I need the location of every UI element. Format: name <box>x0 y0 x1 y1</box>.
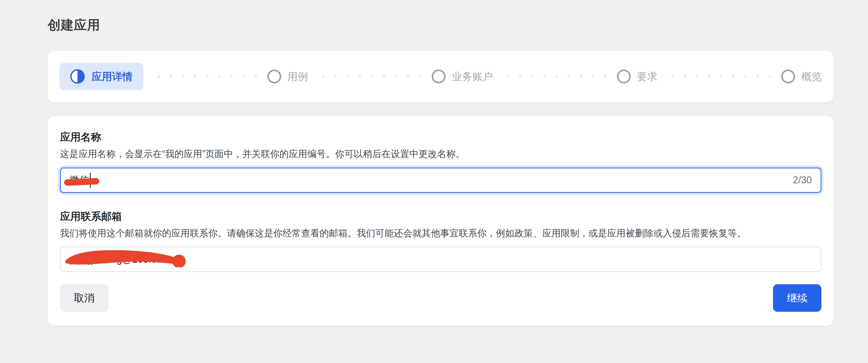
step-label: 应用详情 <box>91 69 133 84</box>
page-title: 创建应用 <box>48 0 834 34</box>
step-overview[interactable]: 概览 <box>781 69 822 84</box>
contact-email-description: 我们将使用这个邮箱就你的应用联系你。请确保这是你经常查看的邮箱。我们可能还会就其… <box>60 227 822 240</box>
empty-circle-icon <box>617 69 631 84</box>
contact-email-input[interactable]: pengjinming@163.com <box>60 246 822 272</box>
step-label: 用例 <box>287 69 308 84</box>
step-separator-dots <box>667 75 772 78</box>
half-filled-circle-icon <box>70 69 85 84</box>
text-caret <box>90 173 91 188</box>
continue-button[interactable]: 继续 <box>773 284 822 312</box>
cancel-button[interactable]: 取消 <box>60 284 108 312</box>
app-name-input[interactable]: 微信 2/30 <box>60 168 822 193</box>
contact-email-value: pengjinming@163.com <box>69 254 169 265</box>
stepper-card: 应用详情 用例 业务账户 要求 概览 <box>48 51 834 102</box>
step-separator-dots <box>153 75 258 78</box>
app-name-value: 微信 <box>69 173 89 187</box>
step-label: 要求 <box>637 69 657 84</box>
step-label: 概览 <box>801 69 822 84</box>
app-name-label: 应用名称 <box>60 130 822 144</box>
step-separator-dots <box>317 75 423 78</box>
char-counter: 2/30 <box>793 174 812 186</box>
step-requirements[interactable]: 要求 <box>617 69 657 84</box>
step-separator-dots <box>502 75 608 78</box>
page-content: 创建应用 应用详情 用例 业务账户 要求 <box>48 0 834 326</box>
step-use-case[interactable]: 用例 <box>267 69 308 84</box>
step-business-account[interactable]: 业务账户 <box>432 69 493 84</box>
step-label: 业务账户 <box>452 69 493 84</box>
form-actions: 取消 继续 <box>60 284 822 312</box>
empty-circle-icon <box>432 69 445 84</box>
app-name-description: 这是应用名称，会显示在“我的应用”页面中，并关联你的应用编号。你可以稍后在设置中… <box>60 148 822 160</box>
contact-email-label: 应用联系邮箱 <box>60 209 822 224</box>
app-details-form-card: 应用名称 这是应用名称，会显示在“我的应用”页面中，并关联你的应用编号。你可以稍… <box>48 116 834 326</box>
step-app-details[interactable]: 应用详情 <box>60 63 144 90</box>
empty-circle-icon <box>781 69 795 84</box>
wizard-stepper: 应用详情 用例 业务账户 要求 概览 <box>60 63 822 90</box>
empty-circle-icon <box>267 69 281 84</box>
